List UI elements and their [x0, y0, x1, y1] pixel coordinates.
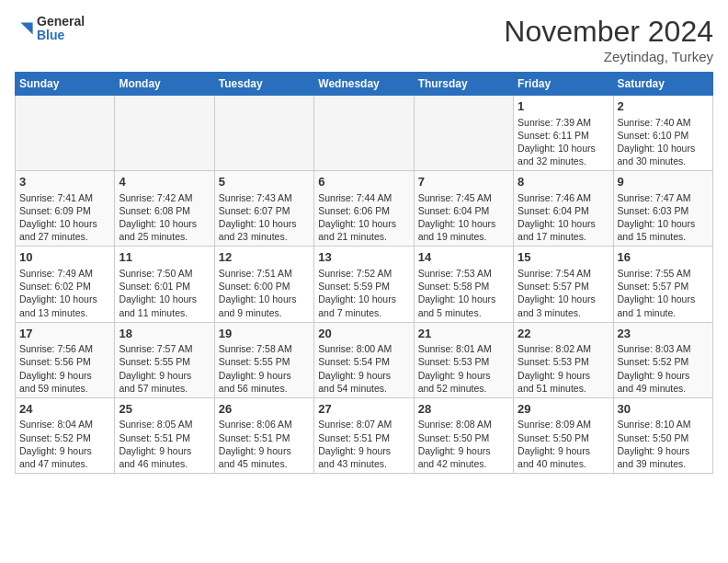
calendar-cell	[414, 96, 513, 171]
week-row-3: 10Sunrise: 7:49 AM Sunset: 6:02 PM Dayli…	[16, 247, 713, 322]
calendar-cell: 16Sunrise: 7:55 AM Sunset: 5:57 PM Dayli…	[613, 247, 712, 322]
calendar-cell: 8Sunrise: 7:46 AM Sunset: 6:04 PM Daylig…	[514, 171, 613, 247]
day-number: 30	[618, 401, 709, 418]
calendar-cell	[214, 96, 313, 171]
day-info: Sunrise: 7:58 AM Sunset: 5:55 PM Dayligh…	[219, 342, 310, 395]
day-info: Sunrise: 7:57 AM Sunset: 5:55 PM Dayligh…	[119, 342, 210, 395]
weekday-header-sunday: Sunday	[16, 73, 115, 96]
weekday-header-wednesday: Wednesday	[314, 73, 414, 96]
logo-icon	[17, 18, 37, 39]
calendar-cell: 1Sunrise: 7:39 AM Sunset: 6:11 PM Daylig…	[514, 96, 613, 171]
calendar-cell: 28Sunrise: 8:08 AM Sunset: 5:50 PM Dayli…	[414, 397, 513, 473]
week-row-4: 17Sunrise: 7:56 AM Sunset: 5:56 PM Dayli…	[16, 322, 713, 397]
day-number: 2	[618, 98, 709, 115]
day-number: 5	[219, 174, 310, 190]
day-info: Sunrise: 7:43 AM Sunset: 6:07 PM Dayligh…	[219, 191, 310, 244]
day-info: Sunrise: 7:55 AM Sunset: 5:57 PM Dayligh…	[618, 267, 709, 319]
day-number: 13	[318, 249, 409, 266]
calendar-cell: 25Sunrise: 8:05 AM Sunset: 5:51 PM Dayli…	[115, 397, 214, 473]
weekday-header-thursday: Thursday	[414, 73, 513, 96]
day-info: Sunrise: 8:08 AM Sunset: 5:50 PM Dayligh…	[418, 418, 509, 470]
day-info: Sunrise: 7:42 AM Sunset: 6:08 PM Dayligh…	[119, 191, 210, 244]
calendar-cell: 27Sunrise: 8:07 AM Sunset: 5:51 PM Dayli…	[314, 397, 414, 473]
day-info: Sunrise: 8:03 AM Sunset: 5:52 PM Dayligh…	[618, 342, 709, 395]
day-number: 9	[618, 174, 709, 190]
week-row-1: 1Sunrise: 7:39 AM Sunset: 6:11 PM Daylig…	[16, 96, 713, 171]
calendar-cell: 14Sunrise: 7:53 AM Sunset: 5:58 PM Dayli…	[414, 247, 513, 322]
day-number: 24	[19, 401, 110, 418]
day-info: Sunrise: 8:00 AM Sunset: 5:54 PM Dayligh…	[318, 342, 409, 395]
day-number: 7	[418, 174, 509, 190]
day-info: Sunrise: 8:09 AM Sunset: 5:50 PM Dayligh…	[518, 418, 609, 470]
day-info: Sunrise: 7:53 AM Sunset: 5:58 PM Dayligh…	[418, 267, 509, 319]
title-block: November 2024 Zeytindag, Turkey	[504, 15, 713, 64]
day-number: 10	[19, 249, 110, 266]
day-number: 20	[318, 326, 409, 342]
weekday-header-friday: Friday	[514, 73, 613, 96]
calendar-cell: 19Sunrise: 7:58 AM Sunset: 5:55 PM Dayli…	[214, 322, 313, 397]
day-number: 25	[119, 401, 210, 418]
day-number: 28	[418, 401, 509, 418]
day-number: 17	[19, 326, 110, 342]
day-info: Sunrise: 7:46 AM Sunset: 6:04 PM Dayligh…	[518, 191, 609, 244]
calendar-cell: 17Sunrise: 7:56 AM Sunset: 5:56 PM Dayli…	[16, 322, 115, 397]
day-info: Sunrise: 7:51 AM Sunset: 6:00 PM Dayligh…	[219, 267, 310, 319]
location-subtitle: Zeytindag, Turkey	[504, 49, 713, 64]
day-number: 18	[119, 326, 210, 342]
week-row-5: 24Sunrise: 8:04 AM Sunset: 5:52 PM Dayli…	[16, 397, 713, 473]
day-info: Sunrise: 7:45 AM Sunset: 6:04 PM Dayligh…	[418, 191, 509, 244]
logo-blue: Blue	[37, 29, 85, 42]
day-number: 22	[518, 326, 609, 342]
calendar-cell	[16, 96, 115, 171]
weekday-header-row: SundayMondayTuesdayWednesdayThursdayFrid…	[16, 73, 713, 96]
day-info: Sunrise: 8:06 AM Sunset: 5:51 PM Dayligh…	[219, 418, 310, 470]
day-number: 8	[518, 174, 609, 190]
logo-text: General Blue	[37, 15, 85, 43]
svg-marker-0	[20, 23, 32, 35]
calendar-cell: 23Sunrise: 8:03 AM Sunset: 5:52 PM Dayli…	[613, 322, 712, 397]
day-info: Sunrise: 8:07 AM Sunset: 5:51 PM Dayligh…	[318, 418, 409, 470]
day-number: 21	[418, 326, 509, 342]
calendar-cell: 2Sunrise: 7:40 AM Sunset: 6:10 PM Daylig…	[613, 96, 712, 171]
calendar-cell: 29Sunrise: 8:09 AM Sunset: 5:50 PM Dayli…	[514, 397, 613, 473]
calendar-cell: 12Sunrise: 7:51 AM Sunset: 6:00 PM Dayli…	[214, 247, 313, 322]
calendar-cell: 18Sunrise: 7:57 AM Sunset: 5:55 PM Dayli…	[115, 322, 214, 397]
day-info: Sunrise: 8:01 AM Sunset: 5:53 PM Dayligh…	[418, 342, 509, 395]
calendar-cell: 26Sunrise: 8:06 AM Sunset: 5:51 PM Dayli…	[214, 397, 313, 473]
day-number: 29	[518, 401, 609, 418]
day-info: Sunrise: 7:41 AM Sunset: 6:09 PM Dayligh…	[19, 191, 110, 244]
day-info: Sunrise: 8:04 AM Sunset: 5:52 PM Dayligh…	[19, 418, 110, 470]
calendar-cell: 22Sunrise: 8:02 AM Sunset: 5:53 PM Dayli…	[514, 322, 613, 397]
weekday-header-monday: Monday	[115, 73, 214, 96]
day-number: 12	[219, 249, 310, 266]
logo-general: General	[37, 15, 85, 29]
day-number: 3	[19, 174, 110, 190]
day-info: Sunrise: 7:44 AM Sunset: 6:06 PM Dayligh…	[318, 191, 409, 244]
day-info: Sunrise: 8:10 AM Sunset: 5:50 PM Dayligh…	[618, 418, 709, 470]
calendar-cell: 10Sunrise: 7:49 AM Sunset: 6:02 PM Dayli…	[16, 247, 115, 322]
day-info: Sunrise: 7:50 AM Sunset: 6:01 PM Dayligh…	[119, 267, 210, 319]
day-number: 23	[618, 326, 709, 342]
day-number: 27	[318, 401, 409, 418]
day-info: Sunrise: 7:52 AM Sunset: 5:59 PM Dayligh…	[318, 267, 409, 319]
week-row-2: 3Sunrise: 7:41 AM Sunset: 6:09 PM Daylig…	[16, 171, 713, 247]
calendar-cell: 24Sunrise: 8:04 AM Sunset: 5:52 PM Dayli…	[16, 397, 115, 473]
calendar-cell: 21Sunrise: 8:01 AM Sunset: 5:53 PM Dayli…	[414, 322, 513, 397]
logo: General Blue	[15, 15, 85, 43]
weekday-header-tuesday: Tuesday	[214, 73, 313, 96]
day-number: 16	[618, 249, 709, 266]
day-number: 11	[119, 249, 210, 266]
day-number: 14	[418, 249, 509, 266]
calendar-cell: 6Sunrise: 7:44 AM Sunset: 6:06 PM Daylig…	[314, 171, 414, 247]
page-header: General Blue November 2024 Zeytindag, Tu…	[15, 15, 713, 64]
day-info: Sunrise: 7:56 AM Sunset: 5:56 PM Dayligh…	[19, 342, 110, 395]
day-info: Sunrise: 7:54 AM Sunset: 5:57 PM Dayligh…	[518, 267, 609, 319]
month-title: November 2024	[504, 15, 713, 49]
day-number: 19	[219, 326, 310, 342]
day-info: Sunrise: 8:05 AM Sunset: 5:51 PM Dayligh…	[119, 418, 210, 470]
day-number: 1	[518, 98, 609, 115]
calendar-cell: 7Sunrise: 7:45 AM Sunset: 6:04 PM Daylig…	[414, 171, 513, 247]
day-number: 15	[518, 249, 609, 266]
calendar-cell: 11Sunrise: 7:50 AM Sunset: 6:01 PM Dayli…	[115, 247, 214, 322]
day-number: 26	[219, 401, 310, 418]
